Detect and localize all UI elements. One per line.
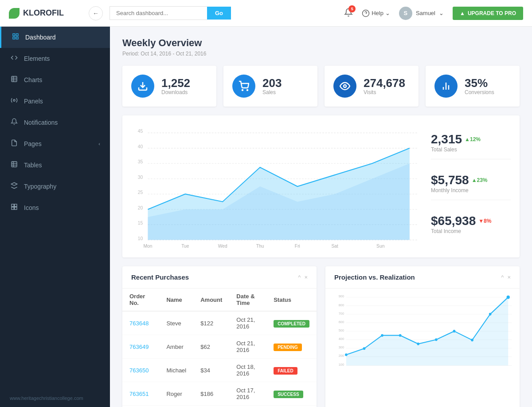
customer-name: Michael bbox=[159, 359, 193, 382]
area-chart-svg: 45 40 35 30 25 20 15 10 bbox=[131, 124, 422, 249]
monthly-income-change: ▲23% bbox=[472, 177, 488, 183]
icons-icon bbox=[10, 203, 19, 212]
table-row: 763649 Amber $62 Oct 21, 2016 PENDING bbox=[122, 335, 317, 359]
svg-text:200: 200 bbox=[339, 354, 344, 358]
svg-rect-4 bbox=[16, 37, 18, 39]
notif-badge: 5 bbox=[348, 5, 356, 12]
tables-icon bbox=[10, 161, 19, 170]
order-number[interactable]: 763651 bbox=[122, 382, 159, 406]
projection-close[interactable]: × bbox=[507, 274, 511, 281]
downloads-icon bbox=[131, 75, 154, 98]
customer-name: Roger bbox=[159, 382, 193, 406]
sidebar-item-dashboard[interactable]: Dashboard bbox=[0, 27, 110, 48]
search-bar: Go bbox=[110, 6, 251, 20]
logo: KLOROFIL bbox=[9, 8, 89, 19]
sidebar-item-elements[interactable]: Elements bbox=[0, 48, 110, 69]
pages-arrow: ‹ bbox=[98, 141, 100, 146]
conversions-icon bbox=[434, 75, 458, 98]
sidebar-item-label: Elements bbox=[24, 55, 50, 62]
order-date: Oct 18, 2016 bbox=[229, 359, 266, 382]
upgrade-button[interactable]: ▲ UPGRADE TO PRO bbox=[453, 7, 523, 20]
order-number[interactable]: 763652 bbox=[122, 406, 159, 407]
sidebar-footer: www.heritagechristiancollege.com bbox=[0, 389, 110, 407]
sidebar-item-charts[interactable]: Charts bbox=[0, 69, 110, 91]
sidebar: Dashboard Elements Charts bbox=[0, 27, 110, 407]
back-button[interactable]: ← bbox=[89, 6, 103, 20]
downloads-label: Downloads bbox=[161, 89, 190, 95]
svg-text:35: 35 bbox=[138, 159, 143, 165]
notifications-button[interactable]: 5 bbox=[344, 8, 353, 19]
sales-icon bbox=[232, 75, 255, 98]
metric-monthly-income: $5,758 ▲23% Monthly Income bbox=[431, 173, 511, 200]
conversions-label: Conversions bbox=[465, 89, 494, 95]
table-row: 763648 Steve $122 Oct 21, 2016 COMPLETED bbox=[122, 311, 317, 335]
sidebar-item-panels[interactable]: Panels bbox=[0, 91, 110, 112]
col-date: Date & Time bbox=[229, 288, 266, 311]
upgrade-icon: ▲ bbox=[460, 10, 465, 16]
svg-rect-11 bbox=[12, 162, 17, 167]
stat-conversions-info: 35% Conversions bbox=[465, 77, 494, 96]
nav-right: 5 Help ⌄ S Samuel ⌄ ▲ UPGRADE TO PRO bbox=[344, 7, 523, 20]
svg-rect-18 bbox=[12, 207, 14, 209]
order-number[interactable]: 763650 bbox=[122, 359, 159, 382]
sidebar-item-icons[interactable]: Icons bbox=[0, 197, 110, 218]
help-button[interactable]: Help ⌄ bbox=[362, 9, 390, 17]
svg-text:Thu: Thu bbox=[256, 243, 264, 249]
chart-section: 45 40 35 30 25 20 15 10 bbox=[122, 115, 520, 257]
svg-text:30: 30 bbox=[138, 174, 143, 180]
svg-rect-3 bbox=[16, 34, 18, 36]
order-number[interactable]: 763648 bbox=[122, 311, 159, 335]
svg-text:700: 700 bbox=[339, 311, 344, 315]
svg-text:10: 10 bbox=[138, 235, 143, 241]
page-title: Weekly Overview bbox=[122, 37, 520, 49]
svg-text:15: 15 bbox=[138, 220, 143, 225]
order-number[interactable]: 763649 bbox=[122, 335, 159, 359]
logo-icon bbox=[9, 8, 20, 19]
page-period: Period: Oct 14, 2016 - Oct 21, 2016 bbox=[122, 51, 520, 57]
collapse-button[interactable]: ^ bbox=[298, 274, 301, 281]
svg-point-21 bbox=[242, 90, 243, 91]
svg-text:300: 300 bbox=[339, 345, 344, 349]
total-sales-label: Total Sales bbox=[431, 146, 511, 153]
stats-row: 1,252 Downloads 203 Sales bbox=[122, 66, 520, 107]
customer-name: Steve bbox=[159, 311, 193, 335]
close-button[interactable]: × bbox=[304, 274, 308, 281]
monthly-income-value: $5,758 ▲23% bbox=[431, 173, 511, 187]
stat-downloads: 1,252 Downloads bbox=[122, 66, 216, 107]
sidebar-item-label: Notifications bbox=[24, 119, 58, 126]
order-status: FAILED bbox=[266, 359, 317, 382]
order-amount: $362 bbox=[193, 406, 229, 407]
visits-value: 274,678 bbox=[364, 77, 405, 90]
search-input[interactable] bbox=[110, 6, 207, 20]
svg-marker-70 bbox=[346, 297, 508, 366]
table-header-row: Order No. Name Amount Date & Time Status bbox=[122, 288, 317, 311]
order-status: COMPLETED bbox=[266, 311, 317, 335]
sidebar-item-typography[interactable]: Typography bbox=[0, 176, 110, 197]
sidebar-item-notifications[interactable]: Notifications bbox=[0, 112, 110, 133]
sidebar-item-tables[interactable]: Tables bbox=[0, 154, 110, 176]
search-button[interactable]: Go bbox=[207, 7, 231, 20]
stat-conversions: 35% Conversions bbox=[426, 66, 520, 107]
bottom-row: Recent Purchases ^ × Order No. Name Amou… bbox=[122, 266, 520, 407]
stat-sales-info: 203 Sales bbox=[262, 77, 282, 96]
svg-rect-17 bbox=[15, 204, 17, 206]
elements-icon bbox=[10, 54, 19, 63]
visits-label: Visits bbox=[364, 89, 405, 95]
sales-label: Sales bbox=[262, 89, 282, 95]
user-button[interactable]: S Samuel ⌄ bbox=[399, 7, 444, 20]
sidebar-item-pages[interactable]: Pages ‹ bbox=[0, 133, 110, 154]
projection-title: Projection vs. Realization bbox=[334, 273, 501, 281]
svg-point-74 bbox=[399, 334, 402, 337]
order-date: Oct 16, 2016 bbox=[229, 406, 266, 407]
svg-point-79 bbox=[489, 313, 492, 316]
svg-rect-6 bbox=[12, 76, 17, 82]
order-amount: $186 bbox=[193, 382, 229, 406]
col-status: Status bbox=[266, 288, 317, 311]
stat-visits-info: 274,678 Visits bbox=[364, 77, 405, 96]
order-amount: $62 bbox=[193, 335, 229, 359]
conversions-value: 35% bbox=[465, 77, 494, 90]
order-date: Oct 21, 2016 bbox=[229, 311, 266, 335]
projection-collapse[interactable]: ^ bbox=[501, 274, 504, 281]
svg-text:25: 25 bbox=[138, 190, 143, 195]
svg-point-75 bbox=[417, 343, 419, 345]
